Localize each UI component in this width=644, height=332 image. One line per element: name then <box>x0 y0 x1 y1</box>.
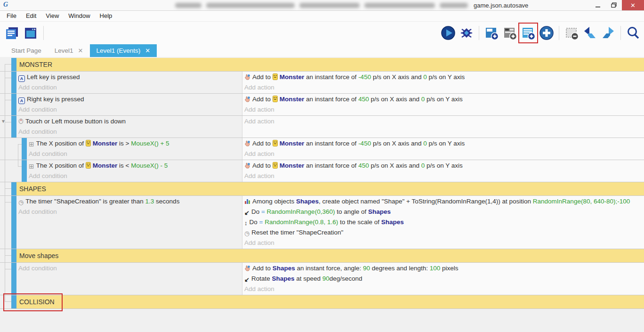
minimize-button[interactable] <box>590 0 606 10</box>
add-action[interactable]: Add action <box>244 117 644 126</box>
monster-thumb-icon <box>86 140 91 149</box>
group-label: Move shapes <box>16 249 644 262</box>
position-icon: ⊞ <box>29 162 34 171</box>
menu-view[interactable]: View <box>41 11 64 21</box>
add-circle-icon[interactable] <box>539 24 555 41</box>
text-segment: 1.3 <box>145 198 154 205</box>
add-condition[interactable]: Add condition <box>18 127 242 137</box>
monster-thumb-icon <box>273 162 278 171</box>
text-segment: MouseX() + 5 <box>131 140 169 147</box>
actions-cell: Add to Monster an instant force of 450 p… <box>242 94 644 115</box>
group-label: MONSTER <box>16 58 644 71</box>
monster-thumb-icon <box>273 73 278 83</box>
menu-help[interactable]: Help <box>95 11 117 21</box>
event-row[interactable]: ⊞The X position of Monster is > MouseX()… <box>0 138 644 160</box>
event-handle[interactable] <box>11 72 16 93</box>
text-segment: Monster <box>93 162 118 169</box>
text-segment: Right key is pressed <box>27 96 84 103</box>
event-row[interactable]: ⊞The X position of Monster is < MouseX()… <box>0 160 644 182</box>
redo-icon[interactable] <box>600 24 616 41</box>
close-button[interactable]: ✕ <box>622 0 644 10</box>
tab-level1[interactable]: Level1✕ <box>48 44 90 57</box>
event-row[interactable]: ARight key is pressedAdd conditionAdd to… <box>0 94 644 116</box>
event-group-header[interactable]: Move shapes <box>0 249 644 263</box>
project-manager-icon[interactable] <box>4 24 20 41</box>
blurred-title-segment <box>440 3 468 8</box>
event-handle[interactable] <box>11 58 16 71</box>
action-line[interactable]: ↕Do = RandomInRange(0.8, 1.6) to the sca… <box>244 218 644 228</box>
action-line[interactable]: ↙Do = RandomInRange(0,360) to angle of S… <box>244 207 644 218</box>
event-handle[interactable] <box>22 160 27 182</box>
add-event-icon[interactable] <box>483 24 499 41</box>
action-line[interactable]: Add to Monster an instant force of -450 … <box>244 139 644 149</box>
add-action[interactable]: Add action <box>244 83 644 92</box>
event-group-header[interactable]: MONSTER <box>0 58 644 72</box>
condition-line[interactable]: ALeft key is pressed <box>18 73 242 83</box>
add-action[interactable]: Add action <box>244 105 644 114</box>
action-line[interactable]: ↙Rotate Shapes at speed 90deg/second <box>244 274 644 284</box>
action-line[interactable]: Add to Monster an instant force of -450 … <box>244 73 644 83</box>
condition-line[interactable]: ⊞The X position of Monster is > MouseX()… <box>29 139 242 149</box>
action-line[interactable]: Add to Monster an instant force of 450 p… <box>244 95 644 105</box>
window-title-text: game.json.autosave <box>474 2 528 9</box>
search-icon[interactable] <box>625 24 641 41</box>
event-handle[interactable] <box>11 196 16 249</box>
event-row[interactable]: ▼Touch or Left mouse button is downAdd c… <box>0 116 644 138</box>
menu-window[interactable]: Window <box>64 11 95 21</box>
event-row[interactable]: Add conditionAdd to Shapes an instant fo… <box>0 263 644 295</box>
action-line[interactable]: Among objects Shapes, create object name… <box>244 197 644 207</box>
close-tab-icon[interactable]: ✕ <box>78 47 83 54</box>
event-handle[interactable] <box>11 94 16 115</box>
add-condition[interactable]: Add condition <box>29 149 242 159</box>
add-action[interactable]: Add action <box>244 238 644 248</box>
condition-line[interactable]: ⊞The X position of Monster is < MouseX()… <box>29 161 242 171</box>
add-action[interactable]: Add action <box>244 284 644 294</box>
action-line[interactable]: Add to Shapes an instant force, angle: 9… <box>244 264 644 274</box>
add-condition[interactable]: Add condition <box>18 264 242 273</box>
scene-editor-icon[interactable] <box>23 24 39 41</box>
text-segment: RandomInRange(0.8, 1.6) <box>265 219 338 226</box>
add-action[interactable]: Add action <box>244 171 644 181</box>
menu-file[interactable]: File <box>2 11 21 21</box>
add-comment-event-icon[interactable] <box>520 24 536 41</box>
text-segment: Add to <box>252 140 273 147</box>
condition-line[interactable]: ◷The timer "ShapeCreation" is greater th… <box>18 197 242 207</box>
play-icon[interactable] <box>440 24 456 41</box>
event-handle[interactable] <box>11 263 16 295</box>
gdevelop-logo-icon: G <box>3 1 12 9</box>
add-condition[interactable]: Add condition <box>18 207 242 217</box>
event-handle[interactable] <box>22 138 27 160</box>
add-condition[interactable]: Add condition <box>18 105 242 114</box>
event-group-header[interactable]: SHAPES <box>0 182 644 196</box>
event-handle[interactable] <box>11 116 16 138</box>
text-segment: seconds <box>154 198 179 205</box>
text-segment: , create object named "Shape" + ToString… <box>319 198 533 205</box>
undo-icon[interactable] <box>582 24 598 41</box>
event-group-header[interactable]: COLLISION <box>0 295 644 309</box>
text-segment: Shapes <box>272 275 294 282</box>
condition-line[interactable]: Touch or Left mouse button is down <box>18 117 242 127</box>
add-condition[interactable]: Add condition <box>18 83 242 92</box>
menu-edit[interactable]: Edit <box>21 11 41 21</box>
event-row[interactable]: ALeft key is pressedAdd conditionAdd to … <box>0 72 644 94</box>
action-line[interactable]: Add to Monster an instant force of 450 p… <box>244 161 644 171</box>
event-handle[interactable] <box>11 249 16 262</box>
event-handle[interactable] <box>11 182 16 195</box>
add-action[interactable]: Add action <box>244 149 644 159</box>
monster-thumb-icon <box>273 96 278 105</box>
position-icon: ⊞ <box>29 139 34 149</box>
debug-icon[interactable] <box>459 24 475 41</box>
add-subevent-icon[interactable] <box>502 24 518 41</box>
close-tab-icon[interactable]: ✕ <box>145 47 150 54</box>
text-segment: = <box>261 208 267 215</box>
tab-start-page[interactable]: Start Page <box>5 44 48 57</box>
event-row[interactable]: ◷The timer "ShapeCreation" is greater th… <box>0 196 644 249</box>
condition-line[interactable]: ARight key is pressed <box>18 95 242 105</box>
text-segment: is > <box>117 140 131 147</box>
action-line[interactable]: ◷Reset the timer "ShapeCreation" <box>244 228 644 238</box>
restore-button[interactable] <box>606 0 622 10</box>
add-condition[interactable]: Add condition <box>29 171 242 181</box>
text-segment: an instant force of <box>304 140 358 147</box>
tab-level1-events[interactable]: Level1 (Events)✕ <box>90 44 157 57</box>
remove-event-icon[interactable] <box>564 24 580 41</box>
